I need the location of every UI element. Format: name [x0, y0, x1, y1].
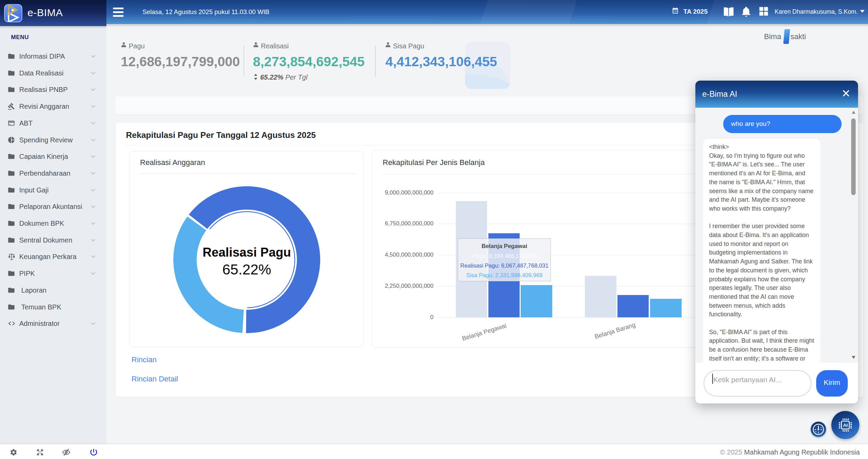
- svg-text:AI: AI: [843, 423, 848, 428]
